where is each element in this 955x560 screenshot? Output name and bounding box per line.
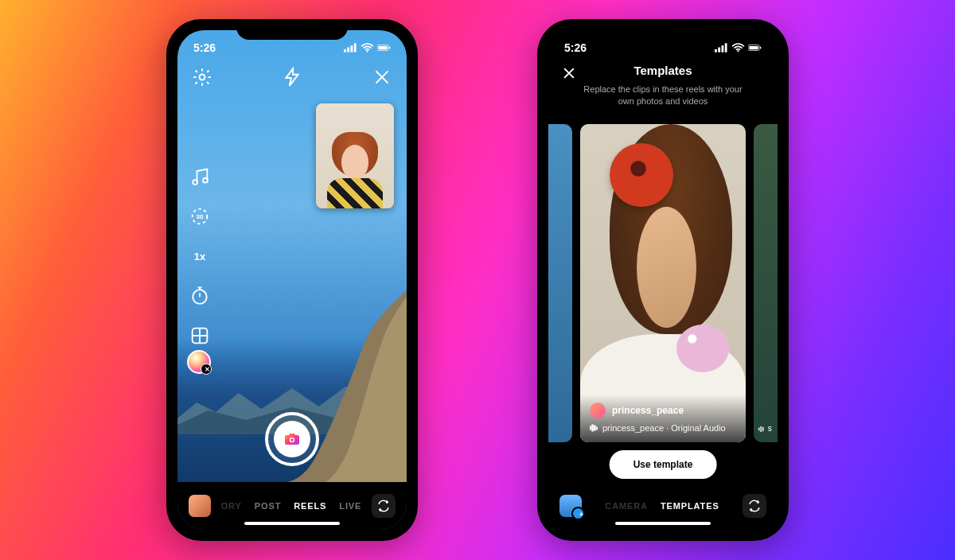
svg-point-19	[737, 50, 739, 52]
mode-reels[interactable]: REELS	[294, 501, 326, 511]
author-username[interactable]: princess_peace	[612, 405, 684, 416]
screen: 5:26 30 1x ✕	[177, 30, 407, 530]
flower-pink	[676, 325, 729, 372]
flower-red	[610, 143, 673, 207]
svg-rect-17	[722, 45, 724, 52]
use-template-button[interactable]: Use template	[610, 450, 717, 479]
camera-side-toolbar: 30 1x	[189, 165, 211, 347]
svg-rect-7	[389, 47, 390, 49]
template-card[interactable]: princess_peace princess_peace · Original…	[580, 124, 746, 442]
svg-rect-16	[718, 48, 720, 52]
status-icons	[344, 43, 391, 52]
plus-icon: +	[579, 511, 583, 519]
screen: 5:26 Templates Replace the clips in thes…	[548, 30, 778, 530]
mode-live[interactable]: LIVE	[339, 501, 361, 511]
mode-post[interactable]: POST	[255, 501, 281, 511]
flip-camera-button[interactable]	[743, 494, 766, 518]
status-time: 5:26	[564, 41, 587, 54]
camera-plus-icon	[283, 430, 302, 449]
home-indicator	[615, 522, 711, 525]
status-icons	[715, 43, 762, 52]
camera-top-toolbar	[177, 67, 407, 88]
templates-carousel[interactable]: princess_peace princess_peace · Original…	[548, 124, 778, 442]
svg-rect-21	[749, 46, 758, 49]
next-audio-edge: s	[758, 424, 772, 433]
svg-rect-24	[592, 425, 594, 431]
template-card-next[interactable]: s	[754, 124, 778, 442]
svg-rect-15	[715, 49, 717, 52]
svg-rect-18	[725, 43, 727, 52]
svg-rect-0	[344, 49, 346, 52]
svg-rect-23	[590, 426, 591, 430]
svg-rect-29	[762, 427, 763, 431]
audio-label: princess_peace · Original Audio	[602, 423, 726, 433]
dual-camera-pip[interactable]	[316, 103, 394, 208]
svg-rect-27	[758, 428, 759, 431]
phone-templates: 5:26 Templates Replace the clips in thes…	[537, 19, 789, 541]
templates-header: Templates Replace the clips in these ree…	[548, 64, 778, 107]
wifi-icon	[361, 43, 374, 52]
settings-gear-icon[interactable]	[192, 67, 212, 88]
svg-point-8	[200, 75, 205, 80]
mode-camera[interactable]: CAMERA	[605, 501, 648, 511]
page-title: Templates	[561, 64, 765, 77]
svg-rect-1	[347, 48, 349, 52]
close-icon[interactable]	[372, 67, 392, 88]
phone-notch	[607, 19, 719, 40]
shutter-button[interactable]	[265, 412, 319, 466]
audio-bars-icon	[590, 424, 598, 432]
speed-control[interactable]: 1x	[189, 245, 211, 267]
front-camera-preview	[327, 129, 383, 208]
flash-icon[interactable]	[282, 67, 302, 88]
wifi-icon	[731, 43, 745, 52]
capture-modes[interactable]: ORY POST REELS LIVE	[211, 501, 372, 511]
svg-point-4	[366, 50, 368, 52]
svg-point-9	[193, 180, 197, 185]
layout-grid-icon[interactable]	[189, 325, 211, 347]
page-subtitle: Replace the clips in these reels with yo…	[575, 84, 750, 107]
flip-camera-button[interactable]	[372, 494, 396, 518]
remove-effect-icon[interactable]: ✕	[205, 366, 210, 373]
audio-music-icon[interactable]	[189, 165, 211, 188]
svg-rect-22	[760, 47, 761, 49]
cellular-icon	[715, 43, 728, 52]
template-meta: princess_peace princess_peace · Original…	[580, 395, 746, 442]
svg-rect-26	[596, 427, 598, 430]
promo-stage: 5:26 30 1x ✕	[0, 0, 955, 560]
cellular-icon	[344, 43, 357, 52]
svg-rect-28	[761, 426, 762, 432]
battery-icon	[377, 43, 391, 52]
svg-rect-6	[378, 46, 387, 49]
phone-notch	[236, 19, 348, 40]
template-card-prev[interactable]	[548, 124, 572, 442]
timer-icon[interactable]	[189, 285, 211, 307]
template-modes[interactable]: CAMERA TEMPLATES	[582, 501, 743, 511]
svg-rect-25	[594, 426, 596, 430]
gallery-picker[interactable]	[189, 495, 211, 517]
status-time: 5:26	[193, 41, 216, 54]
svg-rect-2	[351, 45, 353, 52]
battery-icon	[748, 43, 762, 52]
svg-point-10	[203, 178, 208, 183]
close-icon[interactable]	[561, 65, 577, 84]
author-avatar[interactable]	[590, 402, 606, 418]
svg-rect-3	[354, 43, 357, 52]
mode-story[interactable]: ORY	[221, 501, 242, 511]
phone-reels-camera: 5:26 30 1x ✕	[166, 19, 418, 541]
mode-templates[interactable]: TEMPLATES	[661, 501, 719, 511]
home-indicator	[244, 522, 340, 525]
effects-button[interactable]: ✕	[187, 350, 211, 374]
duration-icon[interactable]: 30	[189, 205, 211, 228]
template-audio[interactable]: princess_peace · Original Audio	[590, 423, 736, 433]
gallery-picker[interactable]: +	[559, 495, 582, 517]
